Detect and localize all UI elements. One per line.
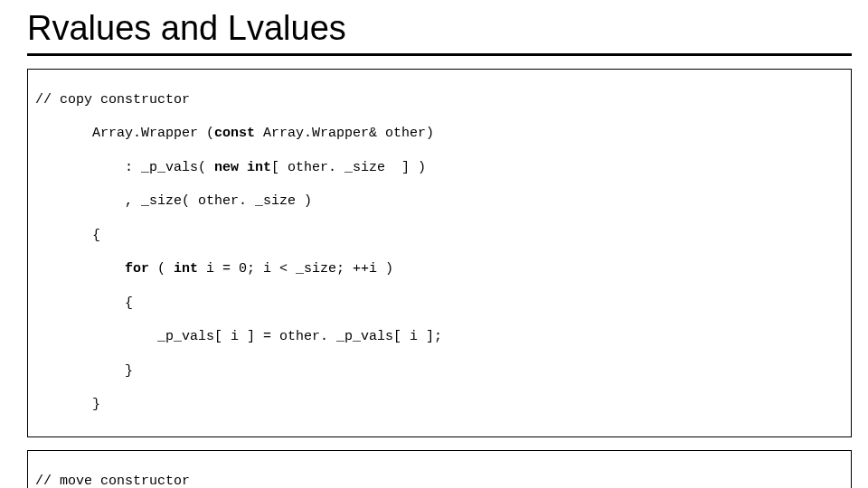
code-box-move-constructor: // move constructor Array.Wrapper (Array… — [27, 450, 852, 488]
slide-title: Rvalues and Lvalues — [27, 9, 852, 48]
code-text: [ other. _size ] ) — [271, 160, 426, 175]
code-line: } — [35, 363, 844, 380]
code-line: for ( int i = 0; i < _size; ++i ) — [35, 261, 844, 278]
code-text: Array.Wrapper& other) — [255, 126, 434, 141]
code-text: : _p_vals( — [35, 160, 214, 175]
code-line: { — [35, 296, 844, 313]
code-line: Array.Wrapper (const Array.Wrapper& othe… — [35, 126, 844, 143]
code-keyword: int — [174, 261, 198, 277]
code-line: { — [35, 228, 844, 245]
code-line: // copy constructor — [35, 92, 844, 109]
code-text: i = 0; i < _size; ++i ) — [198, 261, 393, 277]
title-underline — [27, 53, 852, 56]
code-keyword: for — [125, 261, 149, 277]
code-text: Array.Wrapper ( — [35, 126, 214, 141]
code-line: } — [35, 397, 844, 414]
code-text — [239, 160, 247, 175]
code-line: // move constructor — [35, 474, 844, 489]
code-line: , _size( other. _size ) — [35, 193, 844, 211]
slide-container: Rvalues and Lvalues // copy constructor … — [0, 0, 868, 488]
code-box-copy-constructor: // copy constructor Array.Wrapper (const… — [27, 69, 852, 437]
code-line: : _p_vals( new int[ other. _size ] ) — [35, 160, 844, 177]
code-keyword: int — [247, 160, 271, 175]
code-keyword: const — [214, 126, 255, 141]
code-keyword: new — [214, 160, 239, 175]
code-text: ( — [149, 261, 174, 277]
code-text — [35, 261, 125, 277]
code-line: _p_vals[ i ] = other. _p_vals[ i ]; — [35, 329, 844, 346]
